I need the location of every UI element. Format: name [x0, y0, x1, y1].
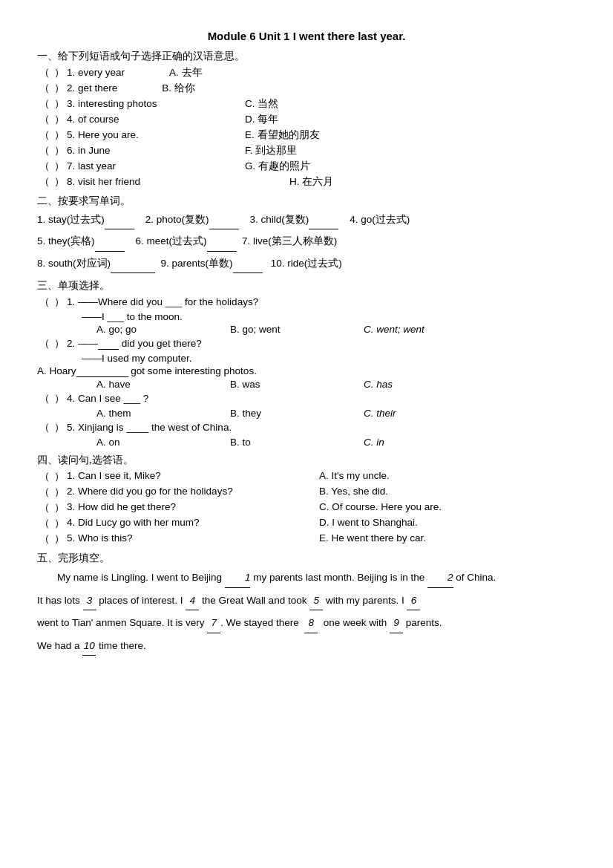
section5-paragraph: My name is Lingling. I went to Beijing 1…: [37, 568, 576, 588]
item-answer: E. 看望她的朋友: [245, 128, 320, 142]
item-text: 5. Here you are.: [67, 129, 215, 140]
q3-5-row: （ ） 5. Xinjiang is ____ the west of Chin…: [37, 421, 576, 434]
q3-1-opts: A. go; go B. go; went C. went; went: [96, 324, 576, 335]
item-answer: F. 到达那里: [245, 144, 297, 157]
blank-8: 8: [304, 613, 318, 633]
section1-header: 一、给下列短语或句子选择正确的汉语意思。: [37, 50, 576, 63]
paren: （: [37, 113, 52, 126]
paren-space: ）: [52, 128, 67, 142]
page-title: Module 6 Unit 1 I went there last year.: [37, 30, 576, 42]
q3-2-row: （ ） 2. —— did you get there?: [37, 337, 576, 350]
q3-4-row: （ ） 4. Can I see ___ ?: [37, 392, 576, 405]
paren-space: ）: [52, 82, 67, 95]
paren: （: [37, 175, 52, 189]
paren: （: [37, 97, 52, 111]
paren-space: ）: [52, 66, 67, 79]
blank-1: 1: [225, 568, 251, 588]
section5-paragraph4: We had a 10 time there.: [37, 636, 576, 656]
q3-2-opts: A. have B. was C. has: [96, 379, 576, 390]
paren-space: ）: [52, 175, 67, 189]
blank-7: 7: [207, 613, 220, 633]
paren-space: ）: [52, 113, 67, 126]
blank-3: 3: [83, 591, 96, 611]
q3-2-extra: A. Hoary got some interesting photos.: [37, 365, 576, 377]
paren: （: [37, 144, 52, 157]
item-answer: G. 有趣的照片: [245, 160, 310, 173]
q3-5-text: 5. Xinjiang is ____ the west of China.: [67, 422, 232, 433]
paren: （: [37, 82, 52, 95]
q3-5-opts: A. on B. to C. in: [96, 437, 576, 448]
item-answer: D. 每年: [245, 113, 278, 126]
blank-6: 6: [407, 591, 420, 611]
paren-space: ）: [52, 97, 67, 111]
paren: （: [37, 128, 52, 142]
blank-9: 9: [390, 613, 403, 633]
paren: （: [37, 66, 52, 79]
q4-4: （ ） 4. Did Lucy go with her mum? D. I we…: [37, 517, 576, 530]
q3-1-sub: ——I ___ to the moon.: [82, 311, 576, 322]
blank-2: 2: [427, 568, 453, 588]
item-answer: C. 当然: [245, 97, 278, 111]
section5-paragraph2: It has lots 3 places of interest. I 4 th…: [37, 591, 576, 611]
section4-header: 四、读问句,选答语。: [37, 454, 576, 467]
item-text: 6. in June: [67, 145, 215, 156]
q3-1-row: （ ） 1. ——Where did you ___ for the holid…: [37, 296, 576, 309]
section5-paragraph3: went to Tian' anmen Square. It is very 7…: [37, 613, 576, 633]
paren-space: ）: [52, 160, 67, 173]
q4-3: （ ） 3. How did he get there? C. Of cours…: [37, 501, 576, 515]
item-text: 7. last year: [67, 160, 215, 172]
section1-items: （ ） 1. every year A. 去年 （ ） 2. get there…: [37, 66, 576, 189]
paren: （: [37, 160, 52, 173]
item-num: 1. every year: [67, 67, 125, 78]
blank-4: 4: [186, 591, 199, 611]
q3-2-sub: ——I used my computer.: [82, 353, 576, 364]
q3-2-text: 2. —— did you get there?: [67, 338, 202, 350]
q3-4-text: 4. Can I see ___ ?: [67, 393, 148, 404]
item-num: 2. get there: [67, 82, 117, 94]
item-answer: B. 给你: [162, 82, 251, 95]
q4-1: （ ） 1. Can I see it, Mike? A. It's my un…: [37, 470, 576, 483]
section3-header: 三、单项选择。: [37, 279, 576, 293]
item-answer: A. 去年: [169, 66, 258, 79]
item-text: 4. of course: [67, 114, 215, 125]
item-text: 3. interesting photos: [67, 98, 215, 109]
q3-1-text: 1. ——Where did you ___ for the holidays?: [67, 296, 258, 307]
section2-row3: 8. south(对应词) 9. parents(单数) 10. ride(过去…: [37, 255, 576, 273]
q3-4-opts: A. them B. they C. their: [96, 408, 576, 419]
item-answer: H. 在六月: [289, 175, 333, 189]
section2-row1: 1. stay(过去式) 2. photo(复数) 3. child(复数) 4…: [37, 211, 576, 229]
q4-2: （ ） 2. Where did you go for the holidays…: [37, 486, 576, 499]
blank-5: 5: [309, 591, 323, 611]
section2-row2: 5. they(宾格) 6. meet(过去式) 7. live(第三人称单数): [37, 232, 576, 251]
section5-header: 五、完形填空。: [37, 552, 576, 565]
q4-5: （ ） 5. Who is this? E. He went there by …: [37, 532, 576, 546]
blank-10: 10: [82, 636, 96, 656]
section2-header: 二、按要求写单词。: [37, 195, 576, 208]
item-text: 8. visit her friend: [67, 176, 215, 187]
paren-space: ）: [52, 144, 67, 157]
